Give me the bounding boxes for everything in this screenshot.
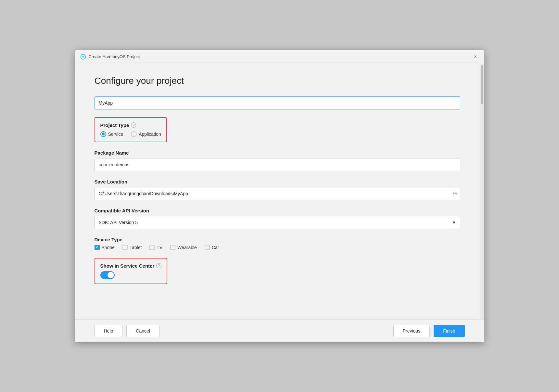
- previous-button[interactable]: Previous: [393, 325, 430, 337]
- checkbox-tablet-label: Tablet: [130, 245, 142, 250]
- scrollbar-track[interactable]: [480, 64, 484, 319]
- show-service-center-help-icon[interactable]: ?: [156, 263, 161, 268]
- checkbox-phone-label: Phone: [102, 245, 115, 250]
- app-name-input[interactable]: [95, 96, 460, 109]
- checkbox-wearable[interactable]: Wearable: [170, 245, 197, 250]
- checkbox-tv-box: [149, 245, 155, 250]
- page-title: Configure your project: [95, 76, 460, 86]
- folder-browse-icon[interactable]: 🗁: [452, 191, 458, 196]
- show-service-center-box: Show in Service Center ?: [95, 258, 168, 284]
- radio-application-circle: [131, 131, 137, 137]
- project-type-label-text: Project Type: [100, 122, 129, 128]
- api-version-label: Compatible API Version: [95, 208, 149, 213]
- show-service-center-group: Show in Service Center ?: [95, 258, 460, 284]
- checkbox-car[interactable]: Car: [205, 245, 219, 250]
- checkbox-car-box: [205, 245, 210, 250]
- scrollbar-thumb[interactable]: [481, 65, 483, 104]
- radio-service-label: Service: [108, 132, 123, 137]
- close-button[interactable]: ×: [472, 53, 479, 60]
- save-location-input[interactable]: [95, 187, 460, 200]
- title-bar: Create HarmonyOS Project ×: [75, 50, 484, 64]
- checkbox-phone[interactable]: Phone: [95, 245, 115, 250]
- checkbox-phone-box: [95, 245, 100, 250]
- checkbox-wearable-label: Wearable: [177, 245, 197, 250]
- radio-application[interactable]: Application: [131, 131, 161, 137]
- toggle-track: [100, 271, 115, 279]
- device-type-label: Device Type: [95, 237, 122, 242]
- project-type-help-icon[interactable]: ?: [131, 122, 136, 128]
- toggle-thumb: [108, 272, 114, 278]
- device-type-checkboxes: Phone Tablet TV Wearable: [95, 245, 460, 250]
- checkbox-tv-label: TV: [157, 245, 162, 250]
- checkbox-tablet[interactable]: Tablet: [122, 245, 142, 250]
- app-name-group: [95, 96, 460, 109]
- radio-service[interactable]: Service: [100, 131, 123, 137]
- package-name-group: Package Name: [95, 150, 460, 171]
- project-type-group: Project Type ? Service Application: [95, 117, 460, 142]
- show-service-center-toggle[interactable]: [100, 271, 115, 279]
- radio-application-label: Application: [139, 132, 161, 137]
- show-service-center-label: Show in Service Center: [100, 263, 155, 269]
- radio-service-circle: [100, 131, 106, 137]
- project-type-radio-group: Service Application: [100, 131, 161, 137]
- dialog-window: Create HarmonyOS Project × Configure you…: [75, 50, 484, 342]
- checkbox-tv[interactable]: TV: [149, 245, 162, 250]
- api-version-select[interactable]: SDK: API Version 5: [95, 216, 460, 229]
- package-name-label: Package Name: [95, 150, 129, 156]
- api-version-select-wrapper: SDK: API Version 5 ▼: [95, 216, 460, 229]
- checkbox-wearable-box: [170, 245, 175, 250]
- help-button[interactable]: Help: [95, 325, 123, 337]
- save-location-group: Save Location 🗁: [95, 179, 460, 200]
- save-location-label: Save Location: [95, 179, 128, 184]
- harmony-logo-icon: [80, 54, 86, 60]
- footer: Help Cancel Previous Finish: [75, 319, 484, 342]
- footer-right-buttons: Previous Finish: [393, 325, 465, 337]
- package-name-input[interactable]: [95, 158, 460, 171]
- api-version-group: Compatible API Version SDK: API Version …: [95, 208, 460, 229]
- dialog-title: Create HarmonyOS Project: [89, 54, 469, 59]
- footer-left-buttons: Help Cancel: [95, 325, 159, 337]
- main-content: Configure your project Project Type ? Se…: [75, 64, 480, 319]
- finish-button[interactable]: Finish: [434, 325, 464, 337]
- project-type-box: Project Type ? Service Application: [95, 117, 167, 142]
- content-area: Configure your project Project Type ? Se…: [75, 64, 484, 319]
- checkbox-car-label: Car: [212, 245, 219, 250]
- checkbox-tablet-box: [122, 245, 128, 250]
- device-type-group: Device Type Phone Tablet TV: [95, 237, 460, 250]
- cancel-button[interactable]: Cancel: [126, 325, 159, 337]
- save-location-wrapper: 🗁: [95, 187, 460, 200]
